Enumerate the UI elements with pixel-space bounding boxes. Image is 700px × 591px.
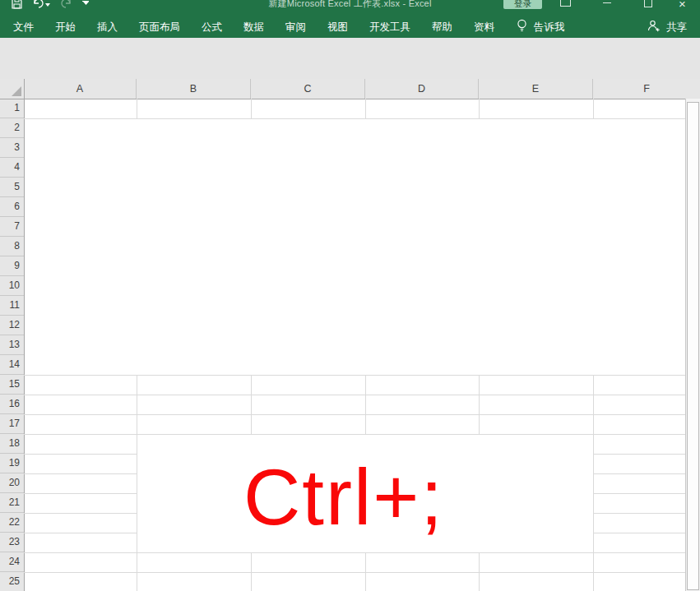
- gridline: [593, 99, 594, 118]
- row-header-10[interactable]: 10: [0, 276, 24, 296]
- gridline: [365, 99, 366, 118]
- row-header-1[interactable]: 1: [0, 99, 24, 118]
- maximize-icon[interactable]: [644, 0, 652, 9]
- gridline: [479, 99, 480, 118]
- gridline: [24, 79, 25, 591]
- scrollbar-thumb[interactable]: [687, 102, 699, 590]
- gridline: [24, 493, 137, 494]
- row-header-23[interactable]: 23: [0, 533, 24, 552]
- gridline: [24, 513, 137, 514]
- gridline: [593, 473, 685, 474]
- gridline: [593, 513, 685, 514]
- gridline: [24, 118, 685, 119]
- row-header-18[interactable]: 18: [0, 434, 24, 454]
- title-bar: 新建Microsoft Excel 工作表.xlsx - Excel 登录 × …: [0, 0, 700, 38]
- ribbon-display-options-icon[interactable]: [560, 0, 571, 9]
- gridline: [593, 533, 685, 533]
- ribbon-tabs: 文件开始插入页面布局公式数据审阅视图开发工具帮助资料: [13, 21, 494, 35]
- row-header-16[interactable]: 16: [0, 395, 24, 414]
- gridline: [251, 375, 252, 434]
- gridline: [593, 493, 685, 494]
- row-header-19[interactable]: 19: [0, 454, 24, 473]
- row-header-20[interactable]: 20: [0, 473, 24, 493]
- row-header-17[interactable]: 17: [0, 414, 24, 434]
- window-title: 新建Microsoft Excel 工作表.xlsx - Excel: [0, 0, 700, 10]
- row-header-6[interactable]: 6: [0, 197, 24, 217]
- ribbon-tab-文件[interactable]: 文件: [13, 21, 34, 35]
- close-icon[interactable]: ×: [679, 0, 686, 9]
- gridline: [137, 99, 137, 118]
- row-header-2[interactable]: 2: [0, 118, 24, 138]
- ribbon-tab-插入[interactable]: 插入: [97, 21, 118, 35]
- sign-in-button[interactable]: 登录: [503, 0, 542, 9]
- row-header-5[interactable]: 5: [0, 178, 24, 197]
- excel-window: 新建Microsoft Excel 工作表.xlsx - Excel 登录 × …: [0, 0, 700, 591]
- ribbon-tab-页面布局[interactable]: 页面布局: [139, 21, 180, 35]
- formula-bar-row: A2 ✕ ✓ fx: [0, 38, 700, 79]
- column-header-C[interactable]: C: [251, 79, 365, 99]
- ribbon-tab-开始[interactable]: 开始: [55, 21, 76, 35]
- gridline: [24, 375, 685, 376]
- gridline: [593, 375, 594, 591]
- gridline: [365, 375, 366, 434]
- person-add-icon: [647, 20, 661, 35]
- shortcut-caption: Ctrl+;: [137, 435, 593, 552]
- row-header-11[interactable]: 11: [0, 296, 24, 316]
- minimize-icon[interactable]: [603, 0, 611, 9]
- tell-me-label: 告诉我: [534, 21, 565, 35]
- share-label: 共享: [666, 21, 687, 35]
- row-header-15[interactable]: 15: [0, 375, 24, 395]
- row-header-21[interactable]: 21: [0, 493, 24, 513]
- tell-me-button[interactable]: 告诉我: [516, 19, 565, 35]
- column-header-A[interactable]: A: [24, 79, 137, 99]
- gridline: [24, 414, 685, 415]
- row-header-14[interactable]: 14: [0, 355, 24, 375]
- gridline: [24, 533, 137, 533]
- ribbon-tab-数据[interactable]: 数据: [243, 21, 264, 35]
- gridline: [24, 473, 137, 474]
- gridline: [251, 99, 252, 118]
- column-header-E[interactable]: E: [479, 79, 593, 99]
- gridline: [0, 99, 685, 99]
- gridline: [593, 454, 685, 455]
- select-all-triangle-icon: [12, 86, 21, 96]
- column-header-B[interactable]: B: [137, 79, 251, 99]
- ribbon-tab-视图[interactable]: 视图: [327, 21, 348, 35]
- ribbon-tab-资料[interactable]: 资料: [474, 21, 494, 35]
- lightbulb-icon: [516, 19, 528, 35]
- row-header-3[interactable]: 3: [0, 138, 24, 158]
- ribbon-tab-审阅[interactable]: 审阅: [285, 21, 306, 35]
- ribbon-tab-row: 文件开始插入页面布局公式数据审阅视图开发工具帮助资料 告诉我 共享: [0, 16, 700, 38]
- ribbon-tab-帮助[interactable]: 帮助: [432, 21, 452, 35]
- row-header-12[interactable]: 12: [0, 316, 24, 335]
- row-header-22[interactable]: 22: [0, 513, 24, 533]
- vertical-scrollbar[interactable]: [685, 79, 700, 591]
- row-header-9[interactable]: 9: [0, 256, 24, 276]
- share-button[interactable]: 共享: [647, 20, 687, 35]
- gridline: [24, 395, 685, 395]
- row-header-13[interactable]: 13: [0, 335, 24, 355]
- column-header-F[interactable]: F: [593, 79, 700, 99]
- ribbon-tab-开发工具[interactable]: 开发工具: [369, 21, 410, 35]
- select-all-corner[interactable]: [0, 79, 24, 99]
- row-header-24[interactable]: 24: [0, 552, 24, 572]
- row-header-8[interactable]: 8: [0, 237, 24, 256]
- column-header-D[interactable]: D: [365, 79, 479, 99]
- row-header-25[interactable]: 25: [0, 572, 24, 591]
- gridline: [24, 572, 685, 573]
- row-header-4[interactable]: 4: [0, 158, 24, 178]
- row-header-7[interactable]: 7: [0, 217, 24, 237]
- gridline: [24, 454, 137, 455]
- ribbon-tab-公式[interactable]: 公式: [202, 21, 222, 35]
- gridline: [479, 375, 480, 434]
- gridline: [24, 552, 685, 553]
